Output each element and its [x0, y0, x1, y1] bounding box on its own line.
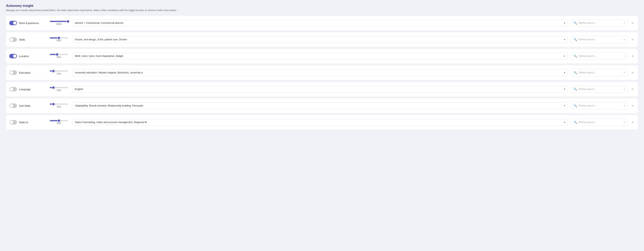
close-button-skills-ai[interactable]: ✕ — [631, 120, 635, 124]
toggle-thumb-skills — [10, 38, 13, 41]
dropdown-text-skills-ai: Sales Forecasting, Sales and account man… — [75, 121, 562, 124]
dropdown-section-education: university education, Masters degree, Ba… — [72, 69, 568, 76]
slider-section-skills: 50% — [49, 37, 69, 42]
refine-section-work-experience[interactable]: 🔍 Refine search ... ▾ — [571, 19, 628, 27]
refine-placeholder-education: Refine search ... — [579, 71, 622, 74]
filter-label-skills: Skills — [19, 38, 25, 41]
chevron-down-icon-refine: ▾ — [624, 55, 625, 58]
dropdown-education[interactable]: university education, Masters degree, Ba… — [72, 69, 568, 76]
slider-track-location[interactable] — [50, 54, 68, 55]
refine-placeholder-work-experience: Refine search ... — [579, 22, 622, 24]
filter-row-language: Language 20% English ▾ 🔍 Refine search .… — [6, 82, 638, 96]
filter-row-soft-skills: Soft Skills 20% Adaptability, Result-ori… — [6, 98, 638, 113]
filter-row-location: Location 40% 9000, Gent, Gent, Oost-Vlaa… — [6, 49, 638, 63]
toggle-skills[interactable] — [9, 37, 17, 42]
toggle-track-location[interactable] — [9, 54, 17, 58]
slider-fill-work-experience — [50, 21, 68, 22]
search-icon: 🔍 — [574, 22, 577, 24]
search-icon: 🔍 — [574, 71, 577, 74]
slider-pct-education: 20% — [57, 72, 61, 75]
chevron-down-icon-refine: ▾ — [624, 22, 625, 24]
slider-section-work-experience: 100% — [49, 21, 69, 25]
close-button-work-experience[interactable]: ✕ — [631, 21, 635, 25]
dropdown-section-skills: Oracle, and design, JUnit, patient care,… — [72, 36, 568, 43]
filters-list: Work Experience 100% director + Commerci… — [6, 16, 638, 130]
dropdown-text-soft-skills: Adaptability, Result-oriented, Relations… — [75, 104, 562, 107]
refine-section-skills-ai[interactable]: 🔍 Refine search ... ▾ — [571, 119, 628, 126]
refine-section-location[interactable]: 🔍 Refine search ... ▾ — [571, 52, 628, 60]
slider-track-education[interactable] — [50, 70, 68, 72]
close-button-location[interactable]: ✕ — [631, 54, 635, 58]
toggle-language[interactable] — [9, 87, 17, 92]
search-icon: 🔍 — [574, 121, 577, 124]
toggle-track-skills[interactable] — [9, 37, 17, 42]
page-subtitle: Manage your results using these [name] f… — [6, 9, 638, 12]
slider-track-work-experience[interactable] — [50, 21, 68, 22]
refine-section-soft-skills[interactable]: 🔍 Refine search ... ▾ — [571, 102, 628, 109]
dropdown-section-language: English ▾ — [72, 86, 568, 92]
search-icon: 🔍 — [574, 88, 577, 91]
refine-placeholder-location: Refine search ... — [579, 55, 622, 58]
toggle-track-soft-skills[interactable] — [9, 104, 17, 108]
toggle-section-soft-skills: Soft Skills — [9, 104, 46, 108]
refine-section-education[interactable]: 🔍 Refine search ... ▾ — [571, 69, 628, 76]
dropdown-skills[interactable]: Oracle, and design, JUnit, patient care,… — [72, 36, 568, 43]
toggle-track-skills-ai[interactable] — [9, 120, 17, 124]
toggle-section-skills: Skills — [9, 37, 46, 42]
chevron-down-icon-refine: ▾ — [624, 88, 625, 90]
dropdown-skills-ai[interactable]: Sales Forecasting, Sales and account man… — [72, 119, 568, 126]
slider-track-skills-ai[interactable] — [50, 120, 68, 121]
slider-thumb-skills[interactable] — [57, 36, 60, 40]
toggle-thumb-work-experience — [13, 22, 16, 24]
close-button-soft-skills[interactable]: ✕ — [631, 104, 635, 108]
toggle-education[interactable] — [9, 70, 17, 75]
toggle-location[interactable] — [9, 54, 17, 58]
dropdown-work-experience[interactable]: director + Commercial, Commercial direct… — [72, 20, 568, 26]
refine-section-language[interactable]: 🔍 Refine search ... ▾ — [571, 86, 628, 93]
slider-track-skills[interactable] — [50, 37, 68, 38]
filter-row-skills: Skills 50% Oracle, and design, JUnit, pa… — [6, 32, 638, 47]
dropdown-language[interactable]: English ▾ — [72, 86, 568, 92]
dropdown-location[interactable]: 9000, Gent, Gent, Oost-Vlaanderen, Belgi… — [72, 53, 568, 60]
dropdown-text-skills: Oracle, and design, JUnit, patient care,… — [75, 38, 562, 41]
slider-track-soft-skills[interactable] — [50, 104, 68, 105]
close-button-language[interactable]: ✕ — [631, 87, 635, 91]
filter-row-education: Education 20% university education, Mast… — [6, 65, 638, 80]
chevron-down-icon: ▾ — [564, 71, 565, 74]
chevron-down-icon: ▾ — [564, 104, 565, 107]
refine-placeholder-soft-skills: Refine search ... — [579, 104, 622, 107]
close-button-skills[interactable]: ✕ — [631, 38, 635, 42]
dropdown-text-location: 9000, Gent, Gent, Oost-Vlaanderen, Belgi… — [75, 55, 562, 58]
toggle-work-experience[interactable] — [9, 21, 17, 25]
search-icon: 🔍 — [574, 104, 577, 107]
slider-thumb-soft-skills[interactable] — [52, 102, 55, 106]
slider-thumb-language[interactable] — [52, 86, 55, 89]
filter-label-soft-skills: Soft Skills — [19, 104, 30, 107]
chevron-down-icon: ▾ — [564, 55, 565, 58]
toggle-section-language: Language — [9, 87, 46, 92]
close-button-education[interactable]: ✕ — [631, 70, 635, 75]
dropdown-section-location: 9000, Gent, Gent, Oost-Vlaanderen, Belgi… — [72, 53, 568, 60]
toggle-track-education[interactable] — [9, 70, 17, 75]
search-icon: 🔍 — [574, 54, 577, 58]
toggle-thumb-skills-ai — [10, 121, 13, 124]
slider-thumb-work-experience[interactable] — [66, 20, 70, 23]
toggle-thumb-language — [10, 88, 13, 91]
toggle-track-language[interactable] — [9, 87, 17, 92]
chevron-down-icon-refine: ▾ — [624, 104, 625, 107]
filter-label-work-experience: Work Experience — [19, 22, 39, 24]
slider-thumb-education[interactable] — [52, 70, 55, 73]
slider-thumb-location[interactable] — [56, 53, 59, 56]
dropdown-soft-skills[interactable]: Adaptability, Result-oriented, Relations… — [72, 102, 568, 109]
slider-pct-location: 40% — [57, 56, 61, 58]
slider-track-language[interactable] — [50, 87, 68, 88]
refine-section-skills[interactable]: 🔍 Refine search ... ▾ — [571, 36, 628, 43]
dropdown-section-work-experience: director + Commercial, Commercial direct… — [72, 20, 568, 26]
chevron-down-icon: ▾ — [564, 121, 565, 124]
slider-thumb-skills-ai[interactable] — [57, 119, 60, 122]
slider-section-skills-ai: 50% — [49, 120, 69, 124]
toggle-track-work-experience[interactable] — [9, 21, 17, 25]
toggle-soft-skills[interactable] — [9, 104, 17, 108]
dropdown-section-soft-skills: Adaptability, Result-oriented, Relations… — [72, 102, 568, 109]
toggle-skills-ai[interactable] — [9, 120, 17, 124]
